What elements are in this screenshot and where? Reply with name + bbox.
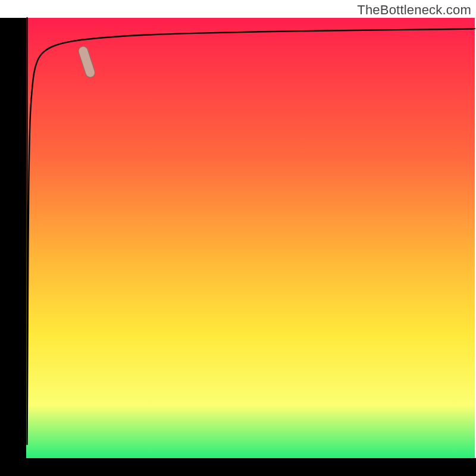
chart-svg bbox=[0, 0, 476, 476]
chart-frame: TheBottleneck.com bbox=[0, 0, 476, 476]
x-axis bbox=[0, 458, 476, 476]
y-axis bbox=[0, 18, 26, 476]
plot-background bbox=[26, 18, 475, 458]
